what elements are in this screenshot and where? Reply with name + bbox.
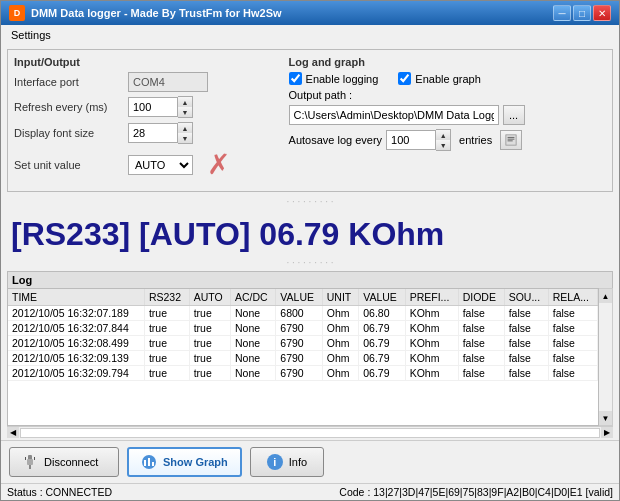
close-button[interactable]: ✕ [593,5,611,21]
table-cell: Ohm [322,336,358,351]
log-graph-label: Log and graph [289,56,606,68]
enable-graph-checkbox[interactable] [398,72,411,85]
scroll-down-btn[interactable]: ▼ [599,411,612,425]
table-cell: None [230,351,275,366]
settings-left-col: Input/Output Interface port Refresh ever… [14,56,279,185]
menu-settings[interactable]: Settings [5,27,57,43]
show-graph-label: Show Graph [163,456,228,468]
table-cell: false [458,366,504,381]
autosave-spinner-btns: ▲ ▼ [436,129,451,151]
table-cell: 06.80 [359,306,405,321]
refresh-row: Refresh every (ms) ▲ ▼ [14,96,279,118]
log-table-body: 2012/10/05 16:32:07.189truetrueNone6800O… [8,306,598,381]
checkbox-group: Enable logging Enable graph [289,72,606,89]
svg-rect-0 [506,135,516,145]
table-cell: false [548,321,597,336]
autosave-suffix: entries [459,134,492,146]
font-size-spinner: ▲ ▼ [128,122,193,144]
svg-rect-6 [29,465,31,469]
refresh-spinner-btns: ▲ ▼ [178,96,193,118]
table-cell: 2012/10/05 16:32:08.499 [8,336,144,351]
table-cell: 06.79 [359,351,405,366]
table-cell: true [144,366,189,381]
measurement-display: [RS233] [AUTO] 06.79 KOhm [1,208,619,257]
table-cell: false [504,306,548,321]
autosave-up-btn[interactable]: ▲ [436,130,450,140]
font-size-down-btn[interactable]: ▼ [178,133,192,143]
output-path-input[interactable] [289,105,499,125]
enable-graph-label: Enable graph [415,73,480,85]
unit-select[interactable]: AUTO [128,155,193,175]
interface-port-label: Interface port [14,76,124,88]
refresh-down-btn[interactable]: ▼ [178,107,192,117]
refresh-input[interactable] [128,97,178,117]
status-right: Code : 13|27|3D|47|5E|69|75|83|9F|A2|B0|… [339,486,613,498]
font-size-row: Display font size ▲ ▼ [14,122,279,144]
table-cell: true [189,336,230,351]
table-row: 2012/10/05 16:32:09.794truetrueNone6790O… [8,366,598,381]
log-table-header: TIME RS232 AUTO AC/DC VALUE UNIT VALUE P… [8,289,598,306]
table-cell: false [548,351,597,366]
title-bar: D DMM Data logger - Made By TrustFm for … [1,1,619,25]
table-cell: false [548,306,597,321]
svg-rect-11 [148,458,150,466]
status-bar: Status : CONNECTED Code : 13|27|3D|47|5E… [1,483,619,500]
input-output-label: Input/Output [14,56,279,68]
enable-logging-checkbox[interactable] [289,72,302,85]
svg-rect-8 [34,457,35,460]
title-buttons: ─ □ ✕ [553,5,611,21]
minimize-button[interactable]: ─ [553,5,571,21]
title-bar-left: D DMM Data logger - Made By TrustFm for … [9,5,282,21]
table-cell: false [504,321,548,336]
table-cell: Ohm [322,351,358,366]
maximize-button[interactable]: □ [573,5,591,21]
table-cell: None [230,321,275,336]
horizontal-scrollbar[interactable]: ◀ ▶ [7,426,613,438]
scroll-up-btn[interactable]: ▲ [599,289,612,303]
scroll-left-btn[interactable]: ◀ [7,427,19,438]
settings-panel: Input/Output Interface port Refresh ever… [7,49,613,192]
scroll-right-btn[interactable]: ▶ [601,427,613,438]
table-cell: 06.79 [359,321,405,336]
table-cell: Ohm [322,366,358,381]
info-icon: i [267,454,283,470]
col-value1: VALUE [276,289,322,306]
interface-port-row: Interface port [14,72,279,92]
logo-area: ✗ [207,148,230,181]
autosave-label: Autosave log every [289,134,383,146]
disconnect-button[interactable]: Disconnect [9,447,119,477]
table-cell: KOhm [405,321,458,336]
log-table: TIME RS232 AUTO AC/DC VALUE UNIT VALUE P… [8,289,598,381]
table-cell: true [189,321,230,336]
plug-icon [22,454,38,470]
table-cell: false [504,336,548,351]
col-rela: RELA... [548,289,597,306]
autosave-down-btn[interactable]: ▼ [436,140,450,150]
font-size-spinner-btns: ▲ ▼ [178,122,193,144]
font-size-up-btn[interactable]: ▲ [178,123,192,133]
table-cell: 6800 [276,306,322,321]
table-cell: true [144,306,189,321]
info-button[interactable]: i Info [250,447,324,477]
font-size-input[interactable] [128,123,178,143]
vertical-scrollbar[interactable]: ▲ ▼ [599,288,613,426]
table-cell: false [504,366,548,381]
col-unit: UNIT [322,289,358,306]
autosave-input[interactable] [386,130,436,150]
disconnect-label: Disconnect [44,456,98,468]
window-title: DMM Data logger - Made By TrustFm for Hw… [31,7,282,19]
table-cell: true [144,336,189,351]
bottom-buttons: Disconnect Show Graph i Info [1,440,619,483]
table-row: 2012/10/05 16:32:09.139truetrueNone6790O… [8,351,598,366]
svg-rect-5 [27,459,33,465]
table-cell: true [189,366,230,381]
table-cell: 6790 [276,366,322,381]
show-graph-button[interactable]: Show Graph [127,447,242,477]
log-icon-button[interactable] [500,130,522,150]
refresh-up-btn[interactable]: ▲ [178,97,192,107]
log-table-container[interactable]: TIME RS232 AUTO AC/DC VALUE UNIT VALUE P… [7,288,599,426]
table-cell: false [458,351,504,366]
interface-port-input[interactable] [128,72,208,92]
main-window: D DMM Data logger - Made By TrustFm for … [0,0,620,501]
browse-button[interactable]: ... [503,105,525,125]
